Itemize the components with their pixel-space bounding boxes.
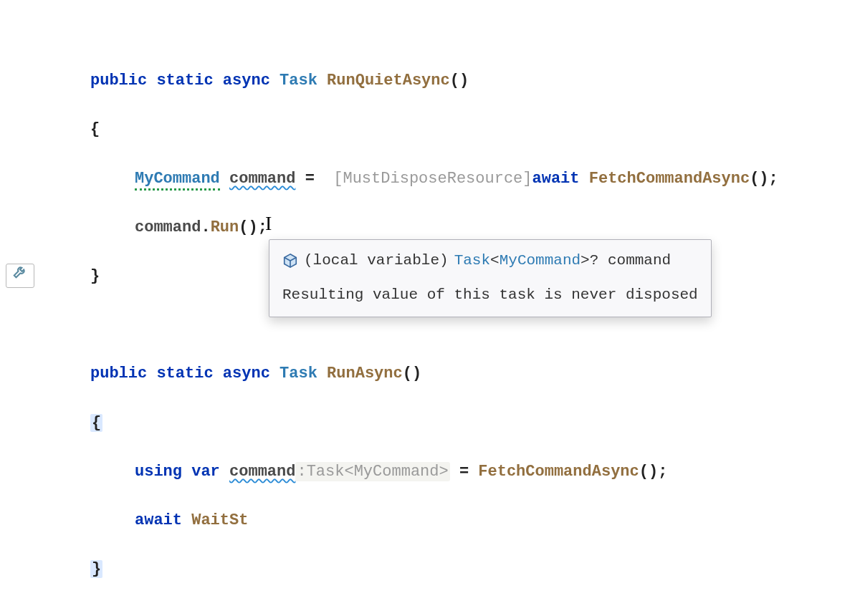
- code-line: }: [0, 557, 860, 582]
- dot: .: [201, 218, 210, 236]
- code-line: public static async Task RunQuietAsync(): [0, 69, 860, 93]
- tooltip-var-name: command: [608, 252, 671, 269]
- type-task: Task: [280, 72, 317, 90]
- method-call-partial: WaitSt: [191, 511, 248, 529]
- method-name: RunQuietAsync: [327, 72, 450, 90]
- variable-name: command: [229, 170, 295, 188]
- keyword-await: await: [135, 511, 182, 529]
- brace-close: }: [90, 267, 100, 285]
- wrench-icon: [12, 264, 28, 288]
- variable-name: command: [229, 463, 295, 481]
- paren: (): [239, 218, 257, 236]
- tooltip-type-arg: MyCommand: [500, 252, 580, 269]
- code-line: command.Run();: [0, 216, 860, 240]
- tooltip-type-task: Task: [454, 252, 490, 269]
- paren: (): [750, 170, 768, 188]
- keyword-static: static: [156, 72, 213, 90]
- box-icon: [282, 253, 298, 269]
- tooltip-warning-message: Resulting value of this task is never di…: [282, 283, 698, 307]
- method-call: FetchCommandAsync: [478, 463, 639, 481]
- brace-close-matched: }: [90, 560, 102, 578]
- paren: (): [403, 365, 421, 382]
- keyword-public: public: [90, 72, 147, 90]
- paren: (): [450, 72, 469, 90]
- type-task: Task: [280, 365, 317, 382]
- blank-line: [0, 606, 860, 616]
- inline-type-hint: :Task<MyCommand>: [295, 462, 449, 481]
- brace-open: {: [90, 120, 100, 138]
- keyword-await: await: [532, 170, 580, 188]
- tooltip-signature-row: (local variable) Task<MyCommand>? comman…: [282, 249, 698, 273]
- equals: =: [459, 463, 469, 481]
- code-line: using var command:Task<MyCommand> = Fetc…: [0, 460, 860, 484]
- paren: (): [639, 463, 658, 481]
- quick-fix-button[interactable]: [6, 264, 34, 288]
- code-line: {: [0, 117, 860, 142]
- method-call: FetchCommandAsync: [589, 170, 750, 188]
- keyword-public: public: [90, 365, 147, 382]
- hover-tooltip: (local variable) Task<MyCommand>? comman…: [269, 239, 712, 317]
- keyword-using: using: [135, 463, 182, 481]
- code-line: await WaitSt: [0, 509, 860, 533]
- code-line: {: [0, 411, 860, 435]
- keyword-async: async: [223, 365, 270, 382]
- variable-ref: command: [135, 218, 201, 236]
- code-line: public static async Task RunAsync(): [0, 362, 860, 386]
- method-call: Run: [211, 218, 239, 236]
- semicolon: ;: [258, 218, 267, 236]
- brace-open-matched: {: [90, 414, 102, 432]
- tooltip-local-var-label: (local variable): [304, 249, 449, 273]
- code-line: MyCommand command = [MustDisposeResource…: [0, 167, 860, 191]
- keyword-static: static: [156, 365, 213, 382]
- method-name: RunAsync: [327, 365, 403, 382]
- equals: =: [305, 170, 315, 188]
- angle-open: <: [490, 252, 500, 269]
- keyword-var: var: [191, 463, 220, 481]
- keyword-async: async: [223, 72, 270, 90]
- inline-attribute-hint: [MustDisposeResource]: [333, 170, 532, 188]
- type-name: MyCommand: [135, 170, 220, 191]
- semicolon: ;: [658, 463, 667, 481]
- semicolon: ;: [769, 170, 778, 188]
- tooltip-nullable: >?: [580, 252, 598, 269]
